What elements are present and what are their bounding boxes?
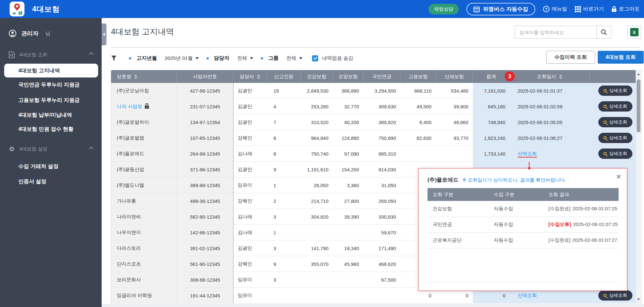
search-button[interactable]: [596, 26, 611, 38]
auto-collect-button[interactable]: 위멤버스 자동수집: [466, 3, 535, 15]
column-header-manager[interactable]: 담당자: [233, 70, 267, 83]
employee-count: 1: [267, 177, 301, 193]
employee-count: 4: [267, 99, 301, 114]
industrial-insurance-amount: 93,770: [436, 130, 473, 146]
search-input[interactable]: [515, 26, 596, 38]
user-suffix: 님: [45, 30, 51, 37]
sidebar-item-vendor-settings[interactable]: 수집 거래처 설정: [18, 163, 59, 170]
scroll-down-arrow-icon[interactable]: [637, 298, 640, 301]
query-time: 2025-02-06 01:01:37: [518, 88, 562, 94]
column-header-query-time[interactable]: 조회일시: [510, 70, 590, 83]
care-insurance-amount: 27,800: [333, 193, 363, 209]
business-number: 142-86-12345: [177, 225, 233, 240]
query-time[interactable]: 선택조회: [518, 151, 537, 158]
bullet-dot: [261, 57, 263, 59]
vertical-scrollbar[interactable]: [636, 70, 641, 303]
collect-history-button[interactable]: 수집이력 조회: [546, 51, 595, 64]
excel-icon: X: [630, 28, 639, 36]
detail-view-button[interactable]: 상세조회: [598, 117, 632, 127]
manager-filter-label: 담당자: [214, 55, 229, 62]
care-insurance-amount: 154,250: [333, 162, 363, 177]
business-number: 391-02-12345: [177, 240, 233, 256]
sidebar-item-notice-history[interactable]: 4대보험 고지내역: [4, 64, 98, 77]
sidebar-section-settings[interactable]: 4대보험 설정: [9, 146, 93, 152]
hide-empty-checkbox[interactable]: [312, 55, 318, 61]
four-insurance-logo-icon: [11, 3, 23, 16]
health-insurance-amount: [301, 272, 333, 288]
manager-name: 김광민: [233, 240, 267, 256]
scroll-up-arrow-icon[interactable]: [637, 73, 640, 75]
sidebar-item-employment-support[interactable]: 고용보험 두루누리 지원금: [18, 97, 80, 104]
lock-icon: [612, 6, 617, 12]
detail-view-button[interactable]: 상세조회: [598, 133, 632, 143]
funnel-icon: [111, 55, 117, 61]
logout-button[interactable]: 로그아웃: [612, 6, 639, 13]
popup-datetime: 2025-02-06 01:07:25: [572, 206, 617, 211]
search-icon: [601, 29, 607, 35]
column-header-company[interactable]: 상호명: [111, 70, 177, 83]
sort-icon: [257, 74, 260, 79]
detail-view-button[interactable]: 상세조회: [598, 86, 632, 96]
table-row: (주)굿모닝아침 427-86-12345 김광민 19 2,849,530 3…: [111, 83, 641, 99]
sidebar-item-pension-support[interactable]: 국민연금 두루누리 지원금: [18, 81, 80, 88]
app-logo[interactable]: [10, 2, 24, 16]
detail-view-button[interactable]: 상세조회: [598, 149, 632, 159]
company-name[interactable]: 나의 사업장: [117, 104, 142, 109]
insurance-query-button[interactable]: 4대보험 조회: [598, 51, 644, 64]
query-time[interactable]: 선택조회: [518, 293, 537, 298]
top-bar: 4대보험 채팅상담 위멤버스 자동수집 ? 매뉴얼 바로가기: [0, 0, 644, 18]
employee-count: 3: [267, 209, 301, 225]
sidebar-item-civil-status[interactable]: 4대보험 민원 접수 현황: [18, 126, 73, 133]
detail-view-button[interactable]: 상세조회: [598, 101, 632, 112]
manager-name: 김나래: [233, 225, 267, 240]
shortcut-label: 바로가기: [583, 6, 604, 13]
popup-collect-kind: 자동수집: [489, 232, 543, 248]
group-filter-dropdown[interactable]: 전체: [286, 55, 302, 62]
industrial-insurance-amount: 48,660: [436, 114, 473, 130]
sidebar-section-inquiry[interactable]: 4대보험 조회: [9, 51, 93, 58]
bullet-dot: [207, 57, 209, 59]
chevron-down-icon: [196, 57, 199, 59]
national-pension-amount: 59,670: [363, 225, 400, 240]
manager-name: 강혜인: [233, 256, 267, 272]
national-pension-amount: 389,820: [363, 114, 400, 130]
chat-support-button[interactable]: 채팅상담: [428, 4, 459, 14]
detail-view-button[interactable]: 상세조회: [598, 290, 632, 301]
column-header-total: 합계: [473, 70, 510, 83]
annotation-arrow: [529, 162, 529, 168]
gear-icon: [9, 146, 15, 152]
shortcut-button[interactable]: 바로가기: [575, 6, 604, 13]
health-insurance-amount: 214,710: [301, 193, 333, 209]
health-insurance-amount: 2,849,530: [301, 83, 333, 99]
collect-result-popup: × (주)플로에드 ※ 조회일시가 상이하오니, 결과를 확인바랍니다. 조회 …: [418, 168, 627, 291]
company-name: (주)광동산업: [117, 167, 144, 172]
employee-count: 9: [267, 162, 301, 177]
sidebar-item-certificate-settings[interactable]: 인증서 설정: [18, 178, 46, 185]
employee-count: 8: [267, 146, 301, 162]
popup-query-kind: 근로복지공단: [428, 232, 489, 248]
popup-column-result: 조회 결과: [543, 188, 619, 201]
manual-button[interactable]: ? 매뉴얼: [543, 6, 567, 13]
sidebar-collapse-button[interactable]: [102, 23, 106, 45]
sidebar-section-label: 4대보험 설정: [19, 146, 48, 152]
close-icon[interactable]: ×: [616, 172, 621, 181]
employee-count: 1: [267, 225, 301, 240]
total-amount: 7,181,030: [473, 83, 510, 99]
employee-count: 7: [267, 114, 301, 130]
period-filter-dropdown[interactable]: 2025년 01월: [165, 55, 199, 62]
manager-filter-dropdown[interactable]: 전체: [237, 55, 253, 62]
care-insurance-amount: 124,880: [333, 130, 363, 146]
business-number: 371-86-12345: [177, 162, 233, 177]
care-insurance-amount: [333, 272, 363, 288]
magnifier-icon: [603, 105, 607, 108]
sidebar-item-payment-history[interactable]: 4대보험 납부/미납내역: [18, 112, 72, 119]
business-number: 191-44-12345: [177, 288, 233, 303]
period-filter-label: 고지년월: [136, 55, 157, 62]
title-divider: [111, 47, 641, 48]
company-name: 잉글리쉬 어학원: [117, 293, 152, 298]
scrollbar-thumb[interactable]: [637, 79, 640, 132]
excel-export-button[interactable]: X: [627, 26, 641, 39]
care-insurance-amount: [333, 288, 363, 303]
business-number: 134-87-12354: [177, 114, 233, 130]
chevron-down-icon: [250, 57, 253, 59]
